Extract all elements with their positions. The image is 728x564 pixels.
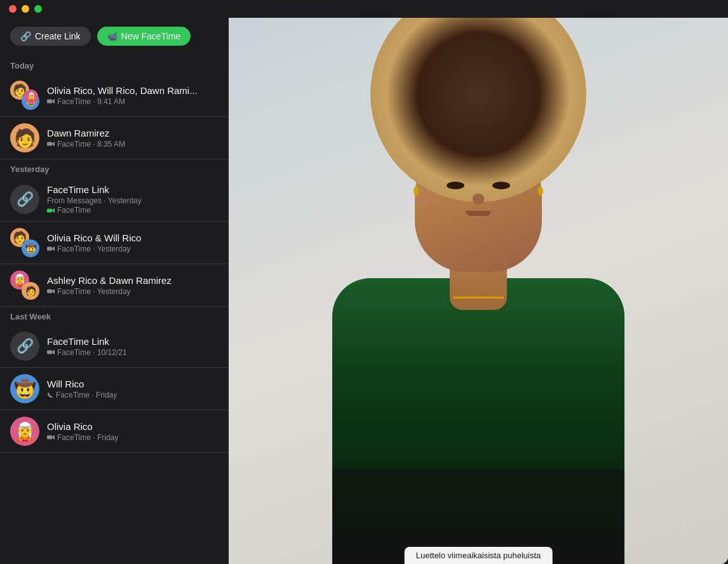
section-today-header: Today (0, 56, 229, 74)
call-name: Ashley Rico & Dawn Ramirez (47, 275, 219, 286)
call-meta: FaceTime · 8:35 AM (47, 140, 219, 149)
tooltip-text: Luettelo viimeaikaisista puheluista (416, 551, 541, 560)
video-icon (47, 434, 55, 440)
call-info: Olivia Rico, Will Rico, Dawn Rami... Fac… (47, 85, 219, 106)
maximize-button[interactable] (34, 5, 42, 13)
svg-rect-6 (47, 247, 52, 251)
call-time: FaceTime · Yesterday (57, 245, 131, 253)
call-type: FaceTime (57, 206, 91, 215)
video-icon (47, 288, 55, 294)
call-info: Olivia Rico & Will Rico FaceTime · Yeste… (47, 232, 219, 253)
call-name: Olivia Rico (47, 421, 219, 432)
list-item[interactable]: 🤠 Will Rico FaceTime · Friday (0, 368, 229, 410)
call-meta: FaceTime · Yesterday (47, 245, 219, 253)
list-item[interactable]: 🧑 🤠 Olivia Rico & Will Rico FaceTime · Y… (0, 222, 229, 264)
avatar: 🧑 🤠 (10, 228, 39, 257)
call-meta-type: FaceTime (47, 206, 219, 215)
close-button[interactable] (9, 5, 17, 13)
svg-rect-10 (47, 351, 52, 354)
avatar-dawn: 🧝 (24, 90, 38, 104)
tooltip-bar: Luettelo viimeaikaisista puheluista (405, 547, 553, 564)
new-facetime-label: New FaceTime (121, 31, 181, 41)
minimize-button[interactable] (22, 5, 29, 13)
video-icon (47, 208, 55, 213)
list-item[interactable]: 🧝 🧑 Ashley Rico & Dawn Ramirez FaceTime … (0, 264, 229, 307)
svg-marker-5 (53, 208, 55, 213)
call-meta: FaceTime · Yesterday (47, 287, 219, 296)
traffic-lights (9, 5, 42, 13)
svg-marker-11 (53, 350, 55, 354)
section-lastweek-header: Last Week (0, 307, 229, 325)
call-time: FaceTime · Friday (56, 391, 117, 399)
camera-area: Luettelo viimeaikaisista puheluista (229, 18, 728, 564)
link-icon-wrap: 🔗 (10, 185, 39, 214)
call-info: FaceTime Link From Messages · Yesterday … (47, 184, 219, 215)
call-info: Dawn Ramirez FaceTime · 8:35 AM (47, 128, 219, 149)
call-name: Olivia Rico, Will Rico, Dawn Rami... (47, 85, 219, 96)
sidebar: 🔗 Create Link 📹 New FaceTime Today 🧑 🤠 🧝… (0, 18, 229, 564)
video-camera-icon: 📹 (107, 32, 118, 41)
svg-marker-1 (53, 99, 55, 104)
svg-rect-4 (47, 208, 52, 212)
list-item[interactable]: 🧑 🤠 🧝 Olivia Rico, Will Rico, Dawn Rami.… (0, 74, 229, 117)
video-icon (47, 246, 55, 252)
call-time: FaceTime · 9:41 AM (57, 97, 125, 106)
list-item[interactable]: 🔗 FaceTime Link FaceTime · 10/12/21 (0, 325, 229, 368)
call-meta-from: From Messages · Yesterday (47, 196, 219, 205)
call-name: FaceTime Link (47, 336, 219, 347)
call-meta: FaceTime · Friday (47, 433, 219, 442)
call-time: FaceTime · Yesterday (57, 287, 131, 296)
link-icon-wrap: 🔗 (10, 332, 39, 361)
svg-marker-9 (53, 289, 55, 293)
call-meta: FaceTime · 10/12/21 (47, 348, 219, 357)
avatar: 🧑 (10, 123, 39, 152)
svg-rect-12 (47, 436, 52, 440)
video-icon (47, 349, 55, 355)
call-time: FaceTime · 10/12/21 (57, 348, 127, 357)
call-name: Will Rico (47, 379, 219, 389)
call-info: Olivia Rico FaceTime · Friday (47, 421, 219, 442)
svg-marker-13 (53, 435, 55, 440)
call-name: Dawn Ramirez (47, 128, 219, 138)
new-facetime-button[interactable]: 📹 New FaceTime (97, 27, 191, 46)
call-name: Olivia Rico & Will Rico (47, 232, 219, 243)
svg-marker-3 (53, 142, 55, 146)
svg-marker-7 (53, 246, 55, 251)
call-time: FaceTime · Friday (57, 433, 118, 442)
list-item[interactable]: 🔗 FaceTime Link From Messages · Yesterda… (0, 178, 229, 222)
video-icon (47, 141, 55, 147)
call-meta: FaceTime · 9:41 AM (47, 97, 219, 106)
list-item[interactable]: 🧑 Dawn Ramirez FaceTime · 8:35 AM (0, 117, 229, 159)
svg-rect-2 (47, 142, 52, 146)
avatar: 🤠 (10, 374, 39, 403)
phone-icon (47, 392, 53, 398)
call-time: FaceTime · 8:35 AM (57, 140, 125, 149)
call-info: Ashley Rico & Dawn Ramirez FaceTime · Ye… (47, 275, 219, 296)
list-item[interactable]: 🧝 Olivia Rico FaceTime · Friday (0, 410, 229, 453)
avatar-will: 🤠 (22, 239, 39, 257)
link-icon: 🔗 (20, 31, 31, 41)
titlebar (0, 0, 728, 18)
main-layout: 🔗 Create Link 📹 New FaceTime Today 🧑 🤠 🧝… (0, 18, 728, 564)
link-chain-icon: 🔗 (17, 338, 34, 354)
call-name: FaceTime Link (47, 184, 219, 195)
toolbar: 🔗 Create Link 📹 New FaceTime (0, 18, 229, 56)
video-icon (47, 98, 55, 104)
call-info: FaceTime Link FaceTime · 10/12/21 (47, 336, 219, 357)
create-link-label: Create Link (35, 31, 81, 41)
svg-rect-0 (47, 100, 52, 104)
avatar: 🧑 🤠 🧝 (10, 81, 39, 110)
link-chain-icon: 🔗 (17, 191, 34, 208)
avatar-dawn: 🧑 (22, 282, 39, 300)
call-source: From Messages · Yesterday (47, 196, 142, 205)
avatar: 🧝 🧑 (10, 271, 39, 300)
avatar: 🧝 (10, 417, 39, 446)
create-link-button[interactable]: 🔗 Create Link (10, 27, 91, 46)
svg-rect-8 (47, 290, 52, 293)
call-info: Will Rico FaceTime · Friday (47, 379, 219, 399)
section-yesterday-header: Yesterday (0, 159, 229, 178)
call-meta: FaceTime · Friday (47, 391, 219, 399)
